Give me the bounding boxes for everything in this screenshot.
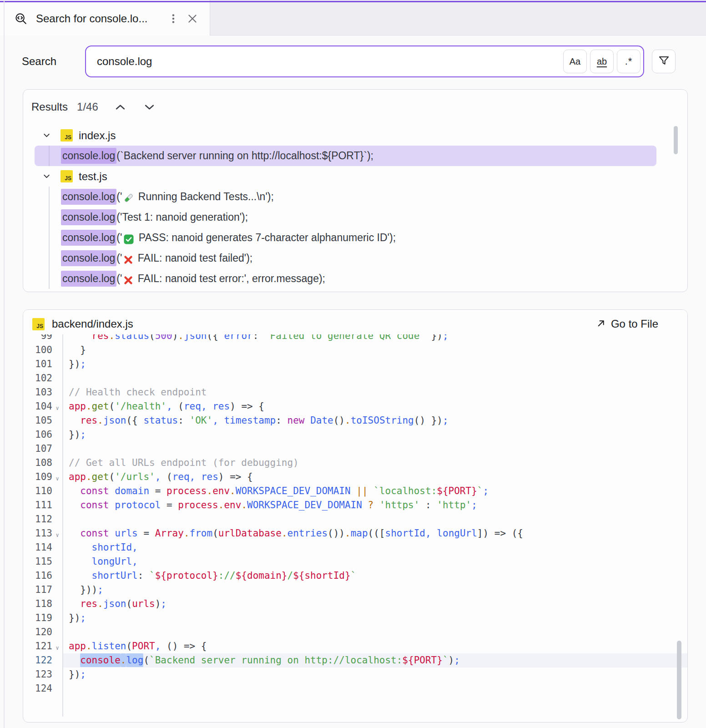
line-number: 115: [23, 555, 52, 569]
fold-gutter: [52, 428, 62, 442]
go-to-file-button[interactable]: Go to File: [596, 318, 658, 330]
preview-file-name: backend/index.js: [52, 318, 133, 330]
file-result-row[interactable]: JSindex.js: [23, 125, 687, 146]
whole-word-button[interactable]: ab: [590, 50, 614, 73]
code-line-content: res.json(urls);: [62, 597, 687, 611]
code-line-content: app.listen(PORT, () => {: [62, 639, 687, 653]
code-line: 121∨app.listen(PORT, () => {: [23, 639, 687, 653]
fold-gutter: [52, 385, 62, 399]
match-highlight: console.log: [61, 148, 116, 164]
selected-match: log: [126, 655, 143, 666]
code-line: 103// Health check endpoint: [23, 385, 687, 399]
gutter-filler: [23, 696, 687, 717]
line-number: 108: [23, 456, 52, 470]
code-line: 115 longUrl,: [23, 555, 687, 569]
preview-header: JS backend/index.js Go to File: [23, 310, 687, 334]
search-options: Aa ab .*: [563, 50, 640, 73]
code-line-content: longUrl,: [62, 555, 687, 569]
code-line-content: // Health check endpoint: [62, 385, 687, 399]
line-number: 107: [23, 442, 52, 456]
fold-chevron-icon[interactable]: ∨: [52, 639, 62, 653]
fold-gutter: [52, 456, 62, 470]
code-line-content: }));: [62, 583, 687, 597]
file-name: test.js: [79, 170, 107, 183]
search-match-row[interactable]: console.log(' FAIL: nanoid test failed')…: [23, 248, 687, 268]
match-case-button[interactable]: Aa: [563, 50, 587, 73]
line-number: 119: [23, 611, 52, 625]
code-line: 118 res.json(urls);: [23, 597, 687, 611]
chevron-down-icon[interactable]: [41, 131, 51, 140]
line-number: 111: [23, 498, 52, 512]
search-bar: Search Aa ab .*: [0, 46, 706, 77]
match-highlight: console.log: [61, 209, 116, 225]
code-scrollbar-thumb[interactable]: [677, 641, 681, 719]
code-line-content: [62, 625, 687, 639]
code-line: 109∨app.get('/urls', (req, res) => {: [23, 470, 687, 484]
code-line-content: shortUrl: `${protocol}://${domain}/${sho…: [62, 569, 687, 583]
match-highlight: console.log: [61, 189, 116, 205]
code-line-content: [62, 442, 687, 456]
fold-gutter: [52, 512, 62, 526]
file-result-row[interactable]: JStest.js: [23, 166, 687, 187]
results-header: Results 1/46: [23, 101, 687, 113]
filter-button[interactable]: [652, 50, 676, 73]
file-name: index.js: [79, 129, 116, 142]
fold-chevron-icon[interactable]: ∨: [52, 526, 62, 541]
line-number: 122: [23, 653, 52, 667]
match-highlight: console.log: [61, 230, 116, 246]
close-icon[interactable]: [184, 10, 201, 27]
match-highlight: console.log: [61, 250, 116, 266]
results-scrollbar-thumb[interactable]: [674, 126, 678, 154]
chevron-down-icon[interactable]: [41, 172, 51, 181]
code-line: 108// Get all URLs endpoint (for debuggi…: [23, 456, 687, 470]
search-match-row[interactable]: console.log(' FAIL: nanoid test error:',…: [23, 268, 687, 289]
fold-chevron-icon[interactable]: ∨: [52, 399, 62, 414]
search-match-row[interactable]: console.log(' PASS: nanoid generates 7-c…: [23, 228, 687, 248]
previous-match-button[interactable]: [114, 101, 127, 113]
code-search-icon: [13, 10, 29, 27]
red-cross-icon: [123, 275, 133, 285]
code-line-content: console.log(`Backend server running on h…: [62, 653, 687, 667]
code-line: 123});: [23, 667, 687, 682]
search-match-row[interactable]: console.log(' Running Backend Tests...\n…: [23, 187, 687, 207]
code-line: 116 shortUrl: `${protocol}://${domain}/$…: [23, 569, 687, 583]
code-line: 122 console.log(`Backend server running …: [23, 653, 687, 667]
code-line: 101});: [23, 357, 687, 371]
code-line: 104∨app.get('/health', (req, res) => {: [23, 399, 687, 414]
line-number: 121: [23, 639, 52, 653]
fold-chevron-icon[interactable]: ∨: [52, 470, 62, 484]
code-line-content: res.json({ status: 'OK', timestamp: new …: [62, 414, 687, 428]
selected-match: .: [121, 655, 126, 666]
code-line: 100 }: [23, 343, 687, 357]
red-cross-icon: [123, 255, 133, 265]
fold-gutter: [52, 667, 62, 682]
search-input[interactable]: [85, 46, 644, 77]
fold-gutter: [52, 682, 62, 696]
js-file-icon: JS: [61, 129, 73, 142]
search-label: Search: [22, 55, 85, 68]
arrow-up-right-icon: [596, 318, 606, 330]
code-line: 113∨ const urls = Array.from(urlDatabase…: [23, 526, 687, 541]
regex-button[interactable]: .*: [617, 50, 640, 73]
kebab-menu-icon[interactable]: [165, 10, 182, 27]
code-line-content: });: [62, 357, 687, 371]
code-line-content: }: [62, 343, 687, 357]
fold-gutter: [52, 555, 62, 569]
code-line-content: });: [62, 667, 687, 682]
tab-search[interactable]: Search for console.lo...: [0, 0, 210, 35]
line-number: 106: [23, 428, 52, 442]
results-list: JSindex.jsconsole.log(`Backend server ru…: [23, 125, 687, 289]
code-line: 105 res.json({ status: 'OK', timestamp: …: [23, 414, 687, 428]
code-line-content: // Get all URLs endpoint (for debugging): [62, 456, 687, 470]
next-match-button[interactable]: [143, 101, 156, 113]
line-number: 102: [23, 371, 52, 385]
line-number: 100: [23, 343, 52, 357]
code-line: 106});: [23, 428, 687, 442]
code-line-content: const protocol = process.env.WORKSPACE_D…: [62, 498, 687, 512]
code-line: 117 }));: [23, 583, 687, 597]
code-line: 120: [23, 625, 687, 639]
search-match-row[interactable]: console.log(`Backend server running on h…: [35, 146, 656, 166]
search-match-row[interactable]: console.log('Test 1: nanoid generation')…: [23, 207, 687, 228]
line-number: 123: [23, 667, 52, 682]
line-number: 110: [23, 484, 52, 498]
